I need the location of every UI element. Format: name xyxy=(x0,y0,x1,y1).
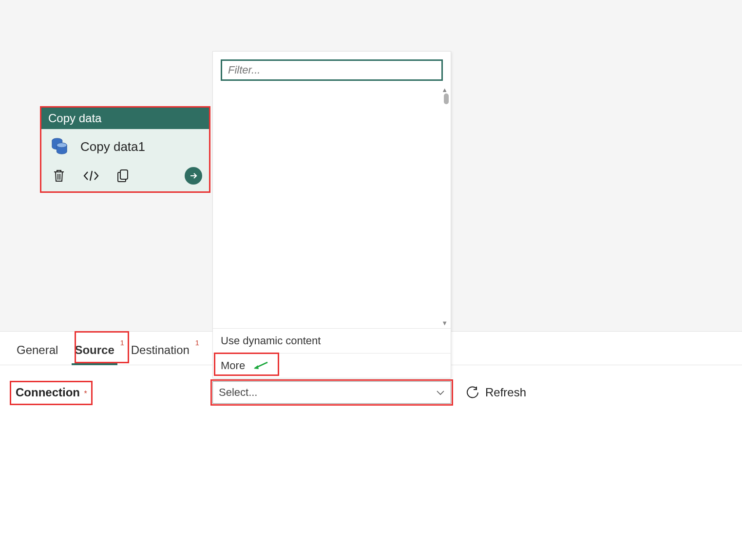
chevron-down-icon xyxy=(436,390,445,395)
connection-select[interactable]: Select... xyxy=(212,381,451,404)
connection-select-wrap: Select... xyxy=(212,381,451,404)
tab-destination[interactable]: Destination 1 xyxy=(128,336,192,365)
arrow-right-icon[interactable] xyxy=(185,167,202,185)
activity-name-label: Copy data1 xyxy=(80,139,145,154)
tab-general[interactable]: General xyxy=(14,336,61,365)
copy-icon[interactable] xyxy=(114,167,132,185)
copy-data-activity-card[interactable]: Copy data Copy data1 xyxy=(40,106,210,193)
refresh-button[interactable]: Refresh xyxy=(466,386,526,399)
filter-input[interactable] xyxy=(221,59,443,81)
tab-destination-badge: 1 xyxy=(195,338,199,347)
connection-dropdown-panel: ▲ ▼ Use dynamic content More xyxy=(212,51,451,378)
required-asterisk: * xyxy=(84,390,87,398)
connection-label-wrap: Connection * xyxy=(10,381,93,404)
arrow-annotation-icon xyxy=(252,360,268,371)
activity-toolbar xyxy=(41,164,209,191)
svg-rect-3 xyxy=(120,170,128,179)
use-dynamic-content-option[interactable]: Use dynamic content xyxy=(213,328,451,353)
dropdown-list[interactable]: ▲ ▼ xyxy=(213,85,451,328)
more-option[interactable]: More xyxy=(213,353,451,378)
trash-icon[interactable] xyxy=(50,167,68,185)
connection-select-placeholder: Select... xyxy=(219,386,257,399)
code-icon[interactable] xyxy=(82,167,100,185)
database-icon xyxy=(51,138,69,155)
scroll-up-arrow-icon[interactable]: ▲ xyxy=(441,87,448,93)
scroll-down-arrow-icon[interactable]: ▼ xyxy=(441,320,448,326)
activity-body: Copy data1 xyxy=(41,129,209,164)
more-option-label: More xyxy=(221,359,245,372)
refresh-icon xyxy=(466,386,479,399)
tab-destination-label: Destination xyxy=(131,343,190,356)
svg-point-2 xyxy=(57,143,67,147)
scrollbar-thumb[interactable] xyxy=(444,93,449,104)
tab-source[interactable]: Source 1 xyxy=(72,336,117,365)
refresh-label: Refresh xyxy=(485,386,526,399)
activity-header: Copy data xyxy=(41,108,209,129)
connection-label: Connection xyxy=(16,386,80,399)
tab-source-label: Source xyxy=(75,343,114,356)
tab-source-badge: 1 xyxy=(120,338,124,347)
